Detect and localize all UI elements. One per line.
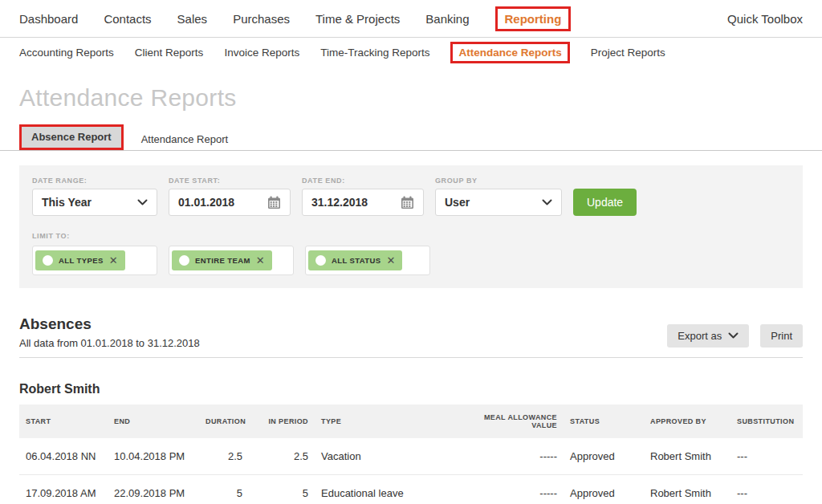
date-range-field: Date Range: This Year [32,177,157,216]
limit-team-box: Entire Team ✕ [169,246,294,275]
subnav-item-client-reports[interactable]: Client Reports [135,47,204,59]
cell-type: Vacation [315,438,475,475]
print-button[interactable]: Print [760,324,803,348]
subnav-item-time-tracking-reports[interactable]: Time-Tracking Reports [320,47,429,59]
cell-status: Approved Doc added [564,475,644,504]
absences-heading: Absences [19,315,200,333]
calendar-icon[interactable] [401,196,414,209]
date-end-field: Date End: 31.12.2018 [302,177,424,216]
absences-subtext: All data from 01.01.2018 to 31.12.2018 [19,337,200,349]
col-header-status: Status [564,404,644,438]
user-group-heading: Robert Smith [0,382,822,396]
limit-types-box: All Types ✕ [32,246,157,275]
close-icon[interactable]: ✕ [109,255,118,266]
reporting-subnav: Accounting Reports Client Reports Invoic… [0,38,822,67]
limit-to-label: Limit To: [32,232,70,240]
cell-meal-allowance: ----- [475,438,564,475]
date-start-label: Date Start: [169,177,291,185]
nav-item-time-projects[interactable]: Time & Projects [315,12,400,26]
section-divider [19,357,803,358]
group-by-field: Group By User [435,177,562,216]
chevron-down-icon [542,199,552,206]
date-end-label: Date End: [302,177,424,185]
tab-attendance-report[interactable]: Attendance Report [132,129,238,150]
nav-item-contacts[interactable]: Contacts [104,12,151,26]
chip-dot-icon [315,255,326,266]
nav-item-reporting[interactable]: Reporting [495,6,572,31]
cell-approved-by: Robert Smith [644,438,730,475]
col-header-start: Start [19,404,108,438]
cell-end: 10.04.2018 PM [108,438,199,475]
cell-duration: 5 [199,475,249,504]
col-header-duration: Duration [199,404,249,438]
col-header-meal-allowance: Meal Allowance Value [475,404,564,438]
cell-type: Educational leave [315,475,475,504]
cell-meal-allowance: ----- [475,475,564,504]
calendar-icon[interactable] [267,196,281,209]
report-tabs: Absence Report Attendance Report [0,124,822,151]
col-header-type: Type [315,404,475,438]
chip-label: All Types [59,256,104,265]
date-range-value: This Year [42,196,92,209]
col-header-in-period: In Period [249,404,315,438]
chip-entire-team[interactable]: Entire Team ✕ [172,250,272,270]
nav-item-dashboard[interactable]: Dashboard [19,12,78,26]
close-icon[interactable]: ✕ [387,255,396,266]
nav-item-purchases[interactable]: Purchases [233,12,290,26]
col-header-approved-by: Approved By [644,404,730,438]
absences-table: Start End Duration In Period Type Meal A… [19,404,803,504]
cell-substitution: --- [730,438,803,475]
top-navigation: Dashboard Contacts Sales Purchases Time … [0,0,822,38]
cell-start: 06.04.2018 NN [19,438,108,475]
subnav-item-attendance-reports[interactable]: Attendance Reports [450,42,569,63]
col-header-substitution: Substitution [730,404,803,438]
absences-section-head: Absences All data from 01.01.2018 to 31.… [0,315,822,349]
cell-substitution: --- [730,475,803,504]
export-as-button[interactable]: Export as [667,324,749,348]
chevron-down-icon [137,199,148,206]
cell-approved-by: Robert Smith [644,475,730,504]
group-by-select[interactable]: User [435,189,562,216]
date-start-value: 01.01.2018 [178,196,234,209]
subnav-item-project-reports[interactable]: Project Reports [591,47,665,59]
cell-duration: 2.5 [199,438,249,475]
cell-status: Approved [564,438,644,475]
subnav-item-invoice-reports[interactable]: Invoice Reports [224,47,299,59]
tab-absence-report[interactable]: Absence Report [19,124,124,150]
status-value: Approved [570,487,637,499]
cell-in-period: 2.5 [249,438,315,475]
page-title: Attendance Reports [0,84,822,112]
cell-end: 22.09.2018 PM [108,475,199,504]
date-range-select[interactable]: This Year [32,189,157,216]
nav-item-quick-toolbox[interactable]: Quick Toolbox [727,12,803,26]
date-end-input[interactable]: 31.12.2018 [302,189,424,216]
filter-panel: Date Range: This Year Date Start: 01.01.… [19,165,803,288]
chip-dot-icon [179,255,189,266]
nav-item-sales[interactable]: Sales [177,12,208,26]
subnav-item-accounting-reports[interactable]: Accounting Reports [19,47,114,59]
chevron-down-icon [728,330,739,342]
table-row: 17.09.2018 AM 22.09.2018 PM 5 5 Educatio… [19,475,803,504]
chip-all-types[interactable]: All Types ✕ [35,250,125,270]
status-value: Approved [570,450,637,462]
table-header-row: Start End Duration In Period Type Meal A… [19,404,803,438]
nav-item-banking[interactable]: Banking [425,12,469,26]
chip-label: All Status [332,256,381,265]
limit-status-box: All Status ✕ [305,246,430,275]
chip-all-status[interactable]: All Status ✕ [308,250,402,270]
group-by-value: User [445,196,470,209]
date-range-label: Date Range: [32,177,157,185]
table-row: 06.04.2018 NN 10.04.2018 PM 2.5 2.5 Vaca… [19,438,803,475]
col-header-end: End [108,404,199,438]
date-end-value: 31.12.2018 [311,196,368,209]
group-by-label: Group By [435,177,562,185]
close-icon[interactable]: ✕ [256,255,265,266]
export-as-label: Export as [678,330,722,342]
cell-start: 17.09.2018 AM [19,475,108,504]
chip-dot-icon [43,255,53,266]
cell-in-period: 5 [249,475,315,504]
chip-label: Entire Team [195,256,250,265]
update-button[interactable]: Update [573,189,637,216]
date-start-field: Date Start: 01.01.2018 [169,177,291,216]
date-start-input[interactable]: 01.01.2018 [169,189,291,216]
